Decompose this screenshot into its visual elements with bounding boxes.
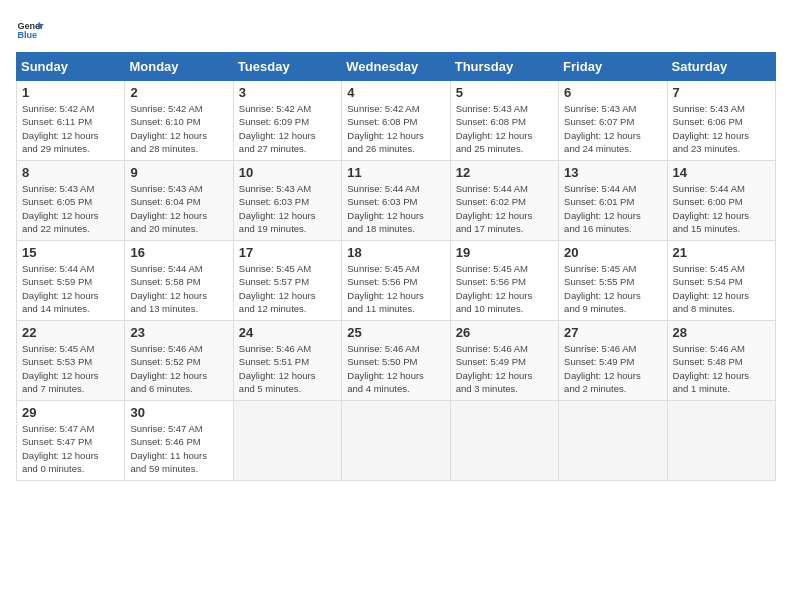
- day-info: Sunrise: 5:43 AMSunset: 6:04 PMDaylight:…: [130, 183, 207, 234]
- day-cell-2: 2 Sunrise: 5:42 AMSunset: 6:10 PMDayligh…: [125, 81, 233, 161]
- week-row-4: 22 Sunrise: 5:45 AMSunset: 5:53 PMDaylig…: [17, 321, 776, 401]
- day-cell-28: 28 Sunrise: 5:46 AMSunset: 5:48 PMDaylig…: [667, 321, 775, 401]
- day-cell-21: 21 Sunrise: 5:45 AMSunset: 5:54 PMDaylig…: [667, 241, 775, 321]
- day-info: Sunrise: 5:43 AMSunset: 6:05 PMDaylight:…: [22, 183, 99, 234]
- day-number: 13: [564, 165, 661, 180]
- day-cell-10: 10 Sunrise: 5:43 AMSunset: 6:03 PMDaylig…: [233, 161, 341, 241]
- day-info: Sunrise: 5:43 AMSunset: 6:08 PMDaylight:…: [456, 103, 533, 154]
- day-number: 8: [22, 165, 119, 180]
- day-info: Sunrise: 5:44 AMSunset: 5:58 PMDaylight:…: [130, 263, 207, 314]
- day-number: 1: [22, 85, 119, 100]
- day-info: Sunrise: 5:42 AMSunset: 6:08 PMDaylight:…: [347, 103, 424, 154]
- day-info: Sunrise: 5:44 AMSunset: 6:00 PMDaylight:…: [673, 183, 750, 234]
- day-info: Sunrise: 5:44 AMSunset: 5:59 PMDaylight:…: [22, 263, 99, 314]
- day-number: 4: [347, 85, 444, 100]
- day-cell-25: 25 Sunrise: 5:46 AMSunset: 5:50 PMDaylig…: [342, 321, 450, 401]
- empty-cell: [233, 401, 341, 481]
- day-cell-17: 17 Sunrise: 5:45 AMSunset: 5:57 PMDaylig…: [233, 241, 341, 321]
- day-number: 6: [564, 85, 661, 100]
- day-cell-24: 24 Sunrise: 5:46 AMSunset: 5:51 PMDaylig…: [233, 321, 341, 401]
- day-cell-5: 5 Sunrise: 5:43 AMSunset: 6:08 PMDayligh…: [450, 81, 558, 161]
- day-cell-27: 27 Sunrise: 5:46 AMSunset: 5:49 PMDaylig…: [559, 321, 667, 401]
- empty-cell: [559, 401, 667, 481]
- day-header-friday: Friday: [559, 53, 667, 81]
- day-cell-18: 18 Sunrise: 5:45 AMSunset: 5:56 PMDaylig…: [342, 241, 450, 321]
- days-header-row: SundayMondayTuesdayWednesdayThursdayFrid…: [17, 53, 776, 81]
- empty-cell: [667, 401, 775, 481]
- day-cell-23: 23 Sunrise: 5:46 AMSunset: 5:52 PMDaylig…: [125, 321, 233, 401]
- day-info: Sunrise: 5:46 AMSunset: 5:49 PMDaylight:…: [564, 343, 641, 394]
- week-row-3: 15 Sunrise: 5:44 AMSunset: 5:59 PMDaylig…: [17, 241, 776, 321]
- day-info: Sunrise: 5:44 AMSunset: 6:02 PMDaylight:…: [456, 183, 533, 234]
- day-number: 18: [347, 245, 444, 260]
- day-number: 25: [347, 325, 444, 340]
- day-header-sunday: Sunday: [17, 53, 125, 81]
- day-cell-30: 30 Sunrise: 5:47 AMSunset: 5:46 PMDaylig…: [125, 401, 233, 481]
- calendar-table: SundayMondayTuesdayWednesdayThursdayFrid…: [16, 52, 776, 481]
- day-info: Sunrise: 5:47 AMSunset: 5:47 PMDaylight:…: [22, 423, 99, 474]
- day-cell-3: 3 Sunrise: 5:42 AMSunset: 6:09 PMDayligh…: [233, 81, 341, 161]
- day-info: Sunrise: 5:47 AMSunset: 5:46 PMDaylight:…: [130, 423, 207, 474]
- day-cell-8: 8 Sunrise: 5:43 AMSunset: 6:05 PMDayligh…: [17, 161, 125, 241]
- day-number: 26: [456, 325, 553, 340]
- day-number: 7: [673, 85, 770, 100]
- day-cell-11: 11 Sunrise: 5:44 AMSunset: 6:03 PMDaylig…: [342, 161, 450, 241]
- day-cell-15: 15 Sunrise: 5:44 AMSunset: 5:59 PMDaylig…: [17, 241, 125, 321]
- day-cell-12: 12 Sunrise: 5:44 AMSunset: 6:02 PMDaylig…: [450, 161, 558, 241]
- day-info: Sunrise: 5:46 AMSunset: 5:51 PMDaylight:…: [239, 343, 316, 394]
- day-info: Sunrise: 5:43 AMSunset: 6:03 PMDaylight:…: [239, 183, 316, 234]
- day-number: 28: [673, 325, 770, 340]
- day-cell-9: 9 Sunrise: 5:43 AMSunset: 6:04 PMDayligh…: [125, 161, 233, 241]
- day-header-thursday: Thursday: [450, 53, 558, 81]
- day-info: Sunrise: 5:46 AMSunset: 5:48 PMDaylight:…: [673, 343, 750, 394]
- week-row-2: 8 Sunrise: 5:43 AMSunset: 6:05 PMDayligh…: [17, 161, 776, 241]
- day-number: 15: [22, 245, 119, 260]
- day-info: Sunrise: 5:45 AMSunset: 5:57 PMDaylight:…: [239, 263, 316, 314]
- day-cell-7: 7 Sunrise: 5:43 AMSunset: 6:06 PMDayligh…: [667, 81, 775, 161]
- day-header-wednesday: Wednesday: [342, 53, 450, 81]
- svg-text:Blue: Blue: [17, 30, 37, 40]
- day-number: 10: [239, 165, 336, 180]
- day-number: 5: [456, 85, 553, 100]
- day-info: Sunrise: 5:45 AMSunset: 5:56 PMDaylight:…: [456, 263, 533, 314]
- day-cell-13: 13 Sunrise: 5:44 AMSunset: 6:01 PMDaylig…: [559, 161, 667, 241]
- day-info: Sunrise: 5:42 AMSunset: 6:10 PMDaylight:…: [130, 103, 207, 154]
- day-info: Sunrise: 5:42 AMSunset: 6:09 PMDaylight:…: [239, 103, 316, 154]
- day-number: 19: [456, 245, 553, 260]
- day-cell-29: 29 Sunrise: 5:47 AMSunset: 5:47 PMDaylig…: [17, 401, 125, 481]
- logo-icon: General Blue: [16, 16, 44, 44]
- page-header: General Blue: [16, 16, 776, 44]
- day-number: 11: [347, 165, 444, 180]
- day-number: 21: [673, 245, 770, 260]
- day-number: 30: [130, 405, 227, 420]
- empty-cell: [450, 401, 558, 481]
- day-number: 27: [564, 325, 661, 340]
- day-info: Sunrise: 5:42 AMSunset: 6:11 PMDaylight:…: [22, 103, 99, 154]
- day-cell-6: 6 Sunrise: 5:43 AMSunset: 6:07 PMDayligh…: [559, 81, 667, 161]
- day-number: 16: [130, 245, 227, 260]
- day-cell-14: 14 Sunrise: 5:44 AMSunset: 6:00 PMDaylig…: [667, 161, 775, 241]
- day-info: Sunrise: 5:45 AMSunset: 5:54 PMDaylight:…: [673, 263, 750, 314]
- day-info: Sunrise: 5:46 AMSunset: 5:50 PMDaylight:…: [347, 343, 424, 394]
- week-row-1: 1 Sunrise: 5:42 AMSunset: 6:11 PMDayligh…: [17, 81, 776, 161]
- day-number: 22: [22, 325, 119, 340]
- day-cell-20: 20 Sunrise: 5:45 AMSunset: 5:55 PMDaylig…: [559, 241, 667, 321]
- day-info: Sunrise: 5:45 AMSunset: 5:53 PMDaylight:…: [22, 343, 99, 394]
- day-cell-26: 26 Sunrise: 5:46 AMSunset: 5:49 PMDaylig…: [450, 321, 558, 401]
- day-info: Sunrise: 5:46 AMSunset: 5:52 PMDaylight:…: [130, 343, 207, 394]
- day-number: 14: [673, 165, 770, 180]
- day-number: 3: [239, 85, 336, 100]
- day-cell-16: 16 Sunrise: 5:44 AMSunset: 5:58 PMDaylig…: [125, 241, 233, 321]
- day-info: Sunrise: 5:43 AMSunset: 6:06 PMDaylight:…: [673, 103, 750, 154]
- empty-cell: [342, 401, 450, 481]
- day-header-tuesday: Tuesday: [233, 53, 341, 81]
- day-number: 17: [239, 245, 336, 260]
- day-cell-1: 1 Sunrise: 5:42 AMSunset: 6:11 PMDayligh…: [17, 81, 125, 161]
- day-info: Sunrise: 5:46 AMSunset: 5:49 PMDaylight:…: [456, 343, 533, 394]
- day-info: Sunrise: 5:45 AMSunset: 5:56 PMDaylight:…: [347, 263, 424, 314]
- day-cell-4: 4 Sunrise: 5:42 AMSunset: 6:08 PMDayligh…: [342, 81, 450, 161]
- day-number: 23: [130, 325, 227, 340]
- day-info: Sunrise: 5:45 AMSunset: 5:55 PMDaylight:…: [564, 263, 641, 314]
- day-cell-19: 19 Sunrise: 5:45 AMSunset: 5:56 PMDaylig…: [450, 241, 558, 321]
- day-number: 24: [239, 325, 336, 340]
